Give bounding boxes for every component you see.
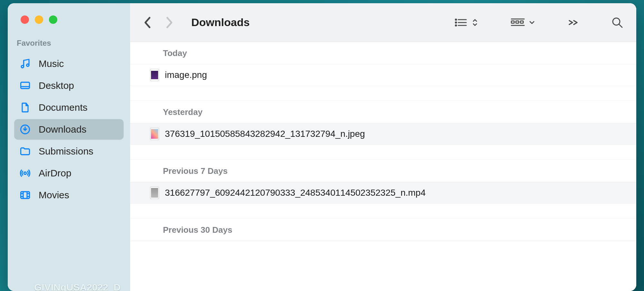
sidebar-item-airdrop[interactable]: AirDrop bbox=[14, 163, 124, 183]
file-name: image.png bbox=[165, 70, 207, 80]
svg-point-24 bbox=[613, 18, 620, 25]
svg-line-25 bbox=[619, 24, 622, 27]
music-icon bbox=[19, 58, 31, 70]
svg-point-1 bbox=[27, 64, 29, 67]
group-header-prev7: Previous 7 Days bbox=[130, 160, 636, 182]
sidebar-item-submissions[interactable]: Submissions bbox=[14, 141, 124, 162]
minimize-window-button[interactable] bbox=[35, 15, 43, 24]
svg-rect-20 bbox=[511, 21, 514, 23]
back-button[interactable] bbox=[143, 16, 152, 29]
group-header-today: Today bbox=[130, 42, 636, 64]
desktop-background-filename[interactable]: GIVINgUSA2022_D bbox=[34, 282, 120, 291]
finder-window: Favorites Music Desktop Documents Downlo… bbox=[8, 3, 636, 291]
airdrop-icon bbox=[19, 167, 31, 179]
sidebar-item-label: Music bbox=[39, 58, 64, 69]
folder-icon bbox=[19, 146, 31, 157]
sidebar-item-label: Desktop bbox=[39, 80, 74, 91]
chevron-down-icon bbox=[529, 19, 535, 26]
svg-point-5 bbox=[24, 172, 26, 174]
sidebar-item-music[interactable]: Music bbox=[14, 53, 124, 74]
sidebar-item-label: Downloads bbox=[39, 124, 86, 135]
svg-point-15 bbox=[455, 22, 457, 23]
sidebar-item-label: Submissions bbox=[39, 146, 93, 157]
forward-button[interactable] bbox=[165, 16, 174, 29]
spacer bbox=[130, 86, 636, 101]
toolbar: Downloads bbox=[130, 3, 636, 42]
sidebar-item-movies[interactable]: Movies bbox=[14, 185, 124, 205]
sidebar-item-downloads[interactable]: Downloads bbox=[14, 119, 124, 140]
sidebar-section-label: Favorites bbox=[14, 39, 124, 48]
nav-arrows bbox=[143, 16, 174, 29]
sidebar-item-label: Documents bbox=[39, 102, 88, 113]
sidebar-item-label: Movies bbox=[39, 190, 69, 201]
sidebar-item-desktop[interactable]: Desktop bbox=[14, 75, 124, 96]
svg-rect-22 bbox=[520, 21, 523, 23]
spacer bbox=[130, 204, 636, 219]
file-row[interactable]: 376319_10150585843282942_131732794_n.jpe… bbox=[130, 123, 636, 145]
file-row[interactable]: image.png bbox=[130, 64, 636, 86]
more-toolbar-button[interactable] bbox=[567, 19, 579, 26]
svg-point-13 bbox=[455, 19, 457, 20]
view-mode-button[interactable] bbox=[454, 17, 478, 28]
toolbar-right bbox=[454, 16, 623, 29]
movies-icon bbox=[19, 189, 31, 201]
spacer bbox=[130, 145, 636, 160]
window-controls bbox=[14, 15, 124, 24]
svg-rect-2 bbox=[21, 82, 30, 89]
sidebar-item-documents[interactable]: Documents bbox=[14, 97, 124, 118]
search-button[interactable] bbox=[611, 16, 623, 29]
file-thumbnail-icon bbox=[150, 128, 159, 140]
main-panel: Downloads Today bbox=[130, 3, 636, 291]
document-icon bbox=[19, 102, 31, 113]
file-thumbnail-icon bbox=[150, 69, 159, 81]
fullscreen-window-button[interactable] bbox=[49, 15, 57, 24]
svg-point-0 bbox=[21, 65, 24, 68]
sidebar: Favorites Music Desktop Documents Downlo… bbox=[8, 3, 130, 291]
file-name: 376319_10150585843282942_131732794_n.jpe… bbox=[165, 129, 365, 139]
file-thumbnail-icon bbox=[150, 187, 159, 199]
svg-rect-6 bbox=[21, 192, 30, 199]
close-window-button[interactable] bbox=[21, 15, 29, 24]
file-list: Today image.png Yesterday 376319_1015058… bbox=[130, 42, 636, 291]
download-icon bbox=[19, 124, 31, 135]
file-name: 316627797_6092442120790333_2485340114502… bbox=[165, 188, 426, 198]
window-title: Downloads bbox=[191, 16, 250, 29]
group-header-yesterday: Yesterday bbox=[130, 101, 636, 123]
svg-point-17 bbox=[455, 25, 457, 26]
file-row[interactable]: 316627797_6092442120790333_2485340114502… bbox=[130, 182, 636, 204]
group-by-button[interactable] bbox=[510, 17, 535, 28]
sidebar-item-label: AirDrop bbox=[39, 168, 71, 179]
group-header-prev30: Previous 30 Days bbox=[130, 219, 636, 241]
svg-rect-21 bbox=[516, 21, 519, 23]
desktop-icon bbox=[19, 80, 31, 91]
chevron-up-down-icon bbox=[472, 18, 478, 27]
